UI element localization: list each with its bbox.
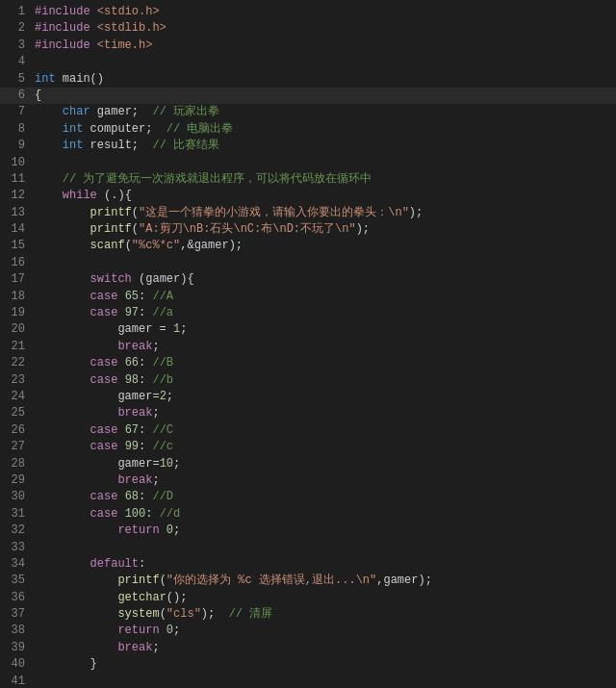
code-line: 17 switch (gamer){ bbox=[0, 271, 616, 288]
code-line: 7 char gamer; // 玩家出拳 bbox=[0, 104, 616, 120]
code-line: 13 printf("这是一个猜拳的小游戏，请输入你要出的拳头：\n"); bbox=[0, 205, 616, 221]
line-number: 17 bbox=[4, 271, 25, 288]
line-number: 5 bbox=[4, 71, 25, 88]
line-number: 16 bbox=[4, 255, 25, 271]
line-number: 39 bbox=[4, 640, 25, 656]
line-number: 1 bbox=[4, 4, 25, 20]
code-line: 4 bbox=[0, 54, 616, 70]
line-content: case 66: //B bbox=[35, 355, 612, 371]
line-content: case 99: //c bbox=[35, 439, 612, 455]
line-number: 25 bbox=[4, 405, 25, 421]
line-content: break; bbox=[35, 640, 612, 656]
line-number: 33 bbox=[4, 540, 25, 556]
line-content: case 97: //a bbox=[35, 305, 612, 321]
line-number: 13 bbox=[4, 205, 25, 221]
code-line: 26 case 67: //C bbox=[0, 422, 616, 439]
code-line: 33 bbox=[0, 540, 616, 556]
line-number: 32 bbox=[4, 522, 25, 539]
line-number: 9 bbox=[4, 138, 25, 154]
line-number: 26 bbox=[4, 422, 25, 439]
line-content: case 68: //D bbox=[35, 489, 612, 505]
line-number: 12 bbox=[4, 188, 25, 204]
code-line: 6{ bbox=[0, 88, 616, 104]
line-content: int computer; // 电脑出拳 bbox=[35, 121, 612, 138]
line-content: printf("这是一个猜拳的小游戏，请输入你要出的拳头：\n"); bbox=[35, 205, 612, 221]
code-line: 16 bbox=[0, 255, 616, 271]
code-line: 28 gamer=10; bbox=[0, 456, 616, 472]
code-line: 2#include <stdlib.h> bbox=[0, 20, 616, 37]
line-content: break; bbox=[35, 339, 612, 355]
line-number: 40 bbox=[4, 656, 25, 673]
line-number: 23 bbox=[4, 372, 25, 389]
code-line: 5int main() bbox=[0, 71, 616, 88]
line-number: 36 bbox=[4, 590, 25, 606]
line-number: 6 bbox=[4, 88, 25, 104]
line-content: break; bbox=[35, 405, 612, 421]
code-line: 12 while (.){ bbox=[0, 188, 616, 204]
line-number: 35 bbox=[4, 573, 25, 589]
line-number: 24 bbox=[4, 389, 25, 405]
line-number: 27 bbox=[4, 439, 25, 455]
line-content: case 65: //A bbox=[35, 289, 612, 305]
line-number: 30 bbox=[4, 489, 25, 505]
code-line: 32 return 0; bbox=[0, 522, 616, 539]
line-content: case 100: //d bbox=[35, 506, 612, 522]
line-content: default: bbox=[35, 556, 612, 573]
line-content: system("cls"); // 清屏 bbox=[35, 606, 612, 623]
line-content: int main() bbox=[35, 71, 612, 88]
code-line: 20 gamer = 1; bbox=[0, 321, 616, 338]
line-content: while (.){ bbox=[35, 188, 612, 204]
line-content: #include <stdlib.h> bbox=[35, 20, 612, 37]
code-line: 38 return 0; bbox=[0, 623, 616, 639]
line-content: #include <time.h> bbox=[35, 38, 612, 54]
code-line: 22 case 66: //B bbox=[0, 355, 616, 371]
line-content: case 67: //C bbox=[35, 422, 612, 439]
code-line: 3#include <time.h> bbox=[0, 38, 616, 54]
line-number: 37 bbox=[4, 606, 25, 623]
line-number: 8 bbox=[4, 121, 25, 138]
line-number: 3 bbox=[4, 38, 25, 54]
code-line: 36 getchar(); bbox=[0, 590, 616, 606]
code-line: 25 break; bbox=[0, 405, 616, 421]
line-number: 28 bbox=[4, 456, 25, 472]
line-number: 7 bbox=[4, 104, 25, 120]
line-content: gamer=10; bbox=[35, 456, 612, 472]
code-line: 37 system("cls"); // 清屏 bbox=[0, 606, 616, 623]
line-content: return 0; bbox=[35, 522, 612, 539]
line-number: 20 bbox=[4, 321, 25, 338]
code-editor: 1#include <stdio.h>2#include <stdlib.h>3… bbox=[0, 0, 616, 688]
code-line: 14 printf("A:剪刀\nB:石头\nC:布\nD:不玩了\n"); bbox=[0, 221, 616, 238]
code-line: 8 int computer; // 电脑出拳 bbox=[0, 121, 616, 138]
line-content: gamer=2; bbox=[35, 389, 612, 405]
line-content: // 为了避免玩一次游戏就退出程序，可以将代码放在循环中 bbox=[35, 171, 612, 188]
line-content: printf("A:剪刀\nB:石头\nC:布\nD:不玩了\n"); bbox=[35, 221, 612, 238]
line-number: 19 bbox=[4, 305, 25, 321]
line-content: return 0; bbox=[35, 623, 612, 639]
line-content: { bbox=[35, 88, 612, 104]
code-line: 39 break; bbox=[0, 640, 616, 656]
line-number: 10 bbox=[4, 155, 25, 171]
line-content: gamer = 1; bbox=[35, 321, 612, 338]
code-line: 9 int result; // 比赛结果 bbox=[0, 138, 616, 154]
code-line: 29 break; bbox=[0, 472, 616, 489]
code-line: 21 break; bbox=[0, 339, 616, 355]
line-number: 34 bbox=[4, 556, 25, 573]
code-line: 11 // 为了避免玩一次游戏就退出程序，可以将代码放在循环中 bbox=[0, 171, 616, 188]
line-content: scanf("%c%*c",&gamer); bbox=[35, 238, 612, 254]
code-line: 18 case 65: //A bbox=[0, 289, 616, 305]
line-number: 2 bbox=[4, 20, 25, 37]
code-line: 24 gamer=2; bbox=[0, 389, 616, 405]
code-line: 1#include <stdio.h> bbox=[0, 4, 616, 20]
line-content: break; bbox=[35, 472, 612, 489]
line-number: 15 bbox=[4, 238, 25, 254]
line-number: 11 bbox=[4, 171, 25, 188]
line-content: char gamer; // 玩家出拳 bbox=[35, 104, 612, 120]
code-line: 19 case 97: //a bbox=[0, 305, 616, 321]
code-line: 40 } bbox=[0, 656, 616, 673]
line-content: #include <stdio.h> bbox=[35, 4, 612, 20]
line-content: case 98: //b bbox=[35, 372, 612, 389]
line-content: int result; // 比赛结果 bbox=[35, 138, 612, 154]
line-number: 4 bbox=[4, 54, 25, 70]
code-line: 41 bbox=[0, 674, 616, 688]
line-number: 41 bbox=[4, 674, 25, 688]
